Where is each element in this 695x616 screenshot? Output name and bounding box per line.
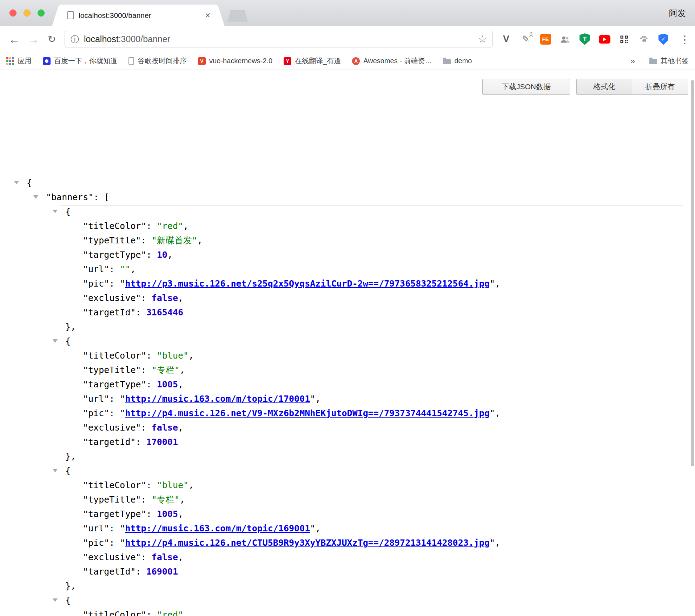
json-line: "typeTitle": "专栏",: [0, 492, 687, 507]
fe-extension-icon[interactable]: FE: [539, 33, 552, 46]
bookmark-label: 其他书签: [661, 56, 689, 66]
forward-button[interactable]: →: [28, 34, 39, 45]
bookmarks-bar: 应用 百度一下，你就知道 谷歌按时间排序 V vue-hackernews-2.…: [0, 52, 695, 70]
json-line: },: [0, 320, 687, 334]
folder-icon: [443, 59, 451, 64]
navigation-bar: ← → ↻ ⓘ localhost:3000/banner ☆ V ✎英 FE …: [0, 26, 695, 52]
bookmark-label: 在线翻译_有道: [295, 56, 341, 66]
bookmark-label: Awesomes - 前端资…: [363, 56, 432, 66]
json-line: "pic": "http://p3.music.126.net/s25q2x5Q…: [0, 276, 687, 291]
titlebar: localhost:3000/banner ✕ 阿发: [0, 0, 695, 26]
new-tab-button[interactable]: [227, 10, 248, 22]
json-line: "titleColor": "blue",: [0, 478, 687, 492]
address-bar[interactable]: ⓘ localhost:3000/banner ☆: [65, 31, 493, 47]
bookmark-item-demo[interactable]: demo: [443, 57, 472, 65]
bookmark-item-vue-hackernews[interactable]: V vue-hackernews-2.0: [198, 57, 272, 65]
bookmark-label: 百度一下，你就知道: [54, 56, 117, 66]
people-extension-icon[interactable]: [559, 33, 571, 46]
json-line: "targetId": 169001: [0, 564, 687, 579]
json-line: "banners": [: [0, 190, 687, 204]
close-tab-icon[interactable]: ✕: [205, 11, 211, 20]
tampermonkey-extension-icon[interactable]: T: [578, 33, 591, 46]
json-url-link[interactable]: http://music.163.com/m/topic/170001: [125, 394, 310, 404]
json-url-link[interactable]: http://p3.music.126.net/s25q2x5QyqsAzilC…: [125, 278, 490, 289]
json-line: "typeTitle": "新碟首发",: [0, 233, 687, 248]
minimize-window-button[interactable]: [24, 9, 31, 17]
collapse-all-button[interactable]: 折叠所有: [632, 79, 688, 95]
json-line: {: [0, 334, 687, 348]
json-line: "url": "http://music.163.com/m/topic/170…: [0, 392, 687, 406]
bookmark-item-awesomes[interactable]: A Awesomes - 前端资…: [352, 56, 432, 66]
qr-code-extension-icon[interactable]: [618, 33, 630, 46]
collapse-toggle-icon[interactable]: [53, 469, 58, 472]
collapse-toggle-icon[interactable]: [33, 195, 38, 199]
json-line: "url": "http://music.163.com/m/topic/169…: [0, 521, 687, 536]
other-bookmarks-folder[interactable]: 其他书签: [649, 56, 689, 66]
awesomes-icon: A: [352, 57, 360, 65]
browser-tab[interactable]: localhost:3000/banner ✕: [60, 5, 217, 26]
url-host: localhost: [84, 34, 119, 44]
format-button[interactable]: 格式化: [576, 79, 633, 95]
bookmark-item-google-sort[interactable]: 谷歌按时间排序: [128, 56, 187, 66]
json-line: "targetType": 1005,: [0, 507, 687, 521]
back-button[interactable]: ←: [8, 34, 20, 45]
bookmark-label: 应用: [18, 56, 32, 66]
json-line: "titleColor": "blue",: [0, 348, 687, 363]
collapse-toggle-icon[interactable]: [53, 210, 58, 213]
json-line: "targetType": 10,: [0, 248, 687, 262]
json-line: "targetType": 1005,: [0, 377, 687, 392]
extensions-row: V ✎英 FE T ✓: [500, 26, 670, 52]
json-line: {: [0, 464, 687, 478]
bookmark-item-apps[interactable]: 应用: [6, 56, 32, 66]
bookmark-label: demo: [454, 57, 472, 65]
youtube-extension-icon[interactable]: [598, 33, 611, 46]
folder-icon: [649, 59, 657, 64]
json-line: "url": "",: [0, 262, 687, 276]
json-line: },: [0, 579, 687, 593]
json-url-link[interactable]: http://music.163.com/m/topic/169001: [125, 523, 310, 533]
bookmarks-overflow-icon[interactable]: »: [630, 56, 635, 66]
collapse-toggle-icon[interactable]: [53, 339, 58, 343]
page-content: 下载JSON数据 格式化 折叠所有 {"banners": [{"titleCo…: [0, 70, 695, 616]
bookmark-item-youdao[interactable]: Y 在线翻译_有道: [284, 56, 341, 66]
page-info-icon[interactable]: ⓘ: [71, 34, 79, 45]
youdao-icon: Y: [284, 57, 291, 65]
json-hover-box: {"titleColor": "red","typeTitle": "新碟首发"…: [0, 204, 687, 334]
json-line: },: [0, 449, 687, 464]
json-url-link[interactable]: http://p4.music.126.net/V9-MXz6b2MNhEKju…: [125, 408, 490, 418]
paw-icon: [639, 34, 649, 44]
vue-icon: V: [198, 57, 206, 65]
json-line: "pic": "http://p4.music.126.net/V9-MXz6b…: [0, 406, 687, 420]
tab-title: localhost:3000/banner: [79, 11, 200, 20]
json-url-link[interactable]: http://p4.music.126.net/CTU5B9R9y3XyYBZX…: [125, 538, 490, 548]
play-icon: [603, 37, 606, 41]
bookmark-star-icon[interactable]: ☆: [478, 33, 487, 45]
browser-menu-icon[interactable]: ⋮: [680, 33, 690, 45]
translate-extension-icon[interactable]: ✎英: [519, 33, 532, 46]
bookmarks-right-group: » 其他书签: [630, 56, 689, 66]
bookmarks-divider: [642, 56, 642, 66]
json-tree: {"banners": [{"titleColor": "red","typeT…: [0, 176, 687, 616]
zoom-window-button[interactable]: [38, 9, 45, 17]
security-shield-extension-icon[interactable]: ✓: [657, 33, 670, 46]
collapse-toggle-icon[interactable]: [14, 181, 19, 184]
profile-name[interactable]: 阿发: [669, 8, 686, 19]
browser-window: localhost:3000/banner ✕ 阿发 ← → ↻ ⓘ local…: [0, 0, 695, 616]
json-line: "exclusive": false,: [0, 291, 687, 305]
json-line: "exclusive": false,: [0, 550, 687, 564]
close-window-button[interactable]: [9, 9, 16, 17]
vimium-extension-icon[interactable]: V: [500, 33, 512, 46]
bookmark-item-baidu[interactable]: 百度一下，你就知道: [43, 56, 117, 66]
paw-extension-icon[interactable]: [637, 33, 650, 46]
scrollbar[interactable]: [691, 80, 694, 466]
reload-button[interactable]: ↻: [48, 34, 56, 44]
bookmark-label: 谷歌按时间排序: [138, 56, 187, 66]
page-favicon-icon: [67, 11, 74, 19]
collapse-toggle-icon[interactable]: [53, 598, 58, 602]
json-line: "titleColor": "red",: [0, 608, 687, 616]
page-icon: [128, 57, 134, 65]
json-line: {: [0, 204, 687, 219]
url-path: :3000/banner: [119, 34, 170, 44]
download-json-button[interactable]: 下载JSON数据: [482, 79, 570, 95]
json-line: "pic": "http://p4.music.126.net/CTU5B9R9…: [0, 536, 687, 550]
